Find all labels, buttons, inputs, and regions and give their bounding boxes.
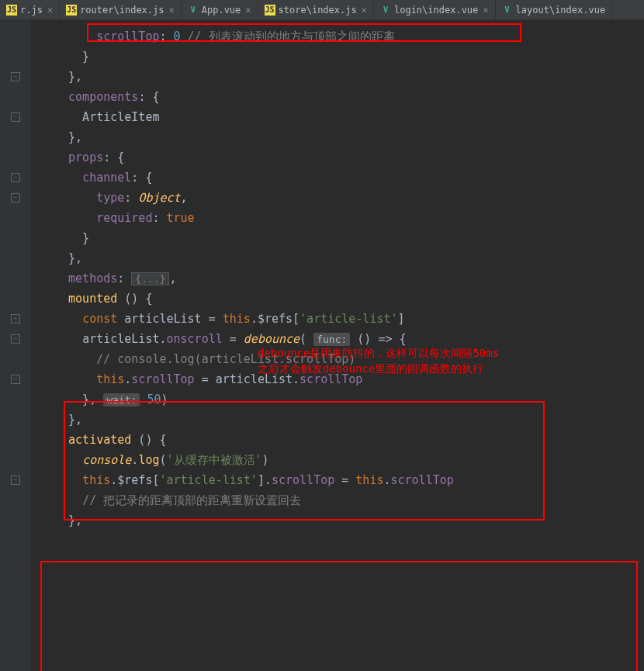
tab-app-vue[interactable]: V App.vue ×	[182, 0, 258, 19]
tab-label: App.vue	[202, 5, 241, 16]
param-hint: wait:	[103, 393, 140, 406]
tab-bar: JS r.js × JS router\index.js × V App.vue…	[0, 0, 644, 20]
code-area[interactable]: scrollTop: 0 // 列表滚动到的地方与顶部之间的距离 } }, co…	[31, 20, 644, 671]
tab-store[interactable]: JS store\index.js ×	[258, 0, 374, 19]
fold-icon[interactable]: −	[11, 476, 20, 485]
tab-label: login\index.vue	[394, 5, 478, 16]
tab-label: router\index.js	[80, 5, 164, 16]
close-icon[interactable]: ×	[169, 5, 175, 16]
fold-icon[interactable]: −	[11, 375, 20, 384]
tab-layout[interactable]: V layout\index.vue	[496, 0, 613, 19]
fold-icon[interactable]: −	[11, 72, 20, 81]
close-icon[interactable]: ×	[483, 5, 488, 16]
js-icon: JS	[66, 5, 77, 16]
close-icon[interactable]: ×	[362, 5, 367, 16]
fold-icon[interactable]: −	[11, 173, 20, 182]
tab-label: layout\index.vue	[516, 5, 606, 16]
tab-label: r.js	[20, 5, 43, 16]
fold-icon[interactable]: −	[11, 193, 20, 202]
fold-icon[interactable]: −	[11, 112, 20, 122]
close-icon[interactable]: ×	[245, 5, 251, 16]
js-icon: JS	[6, 5, 17, 16]
highlight-box-3	[40, 561, 638, 671]
vue-icon: V	[188, 5, 199, 16]
fold-icon[interactable]: −	[11, 334, 20, 344]
close-icon[interactable]: ×	[47, 5, 53, 16]
fold-icon[interactable]: +	[11, 314, 20, 323]
js-icon: JS	[265, 5, 275, 16]
folded-code[interactable]: {...}	[131, 272, 169, 285]
tab-r-js[interactable]: JS r.js ×	[0, 0, 60, 19]
tab-label: store\index.js	[279, 5, 357, 16]
param-hint: func:	[313, 333, 350, 346]
vue-icon: V	[502, 5, 513, 16]
editor-area: − − − − + − − − scrollTop: 0 // 列表滚动到的地方…	[0, 20, 644, 671]
gutter: − − − − + − − −	[0, 20, 31, 671]
vue-icon: V	[380, 5, 391, 16]
tab-router[interactable]: JS router\index.js ×	[60, 0, 182, 19]
tab-login[interactable]: V login\index.vue ×	[374, 0, 496, 19]
annotation-text: debounce是用来防抖的，这样可以每次间隔50ms 之后才会触发deboun…	[258, 346, 499, 376]
